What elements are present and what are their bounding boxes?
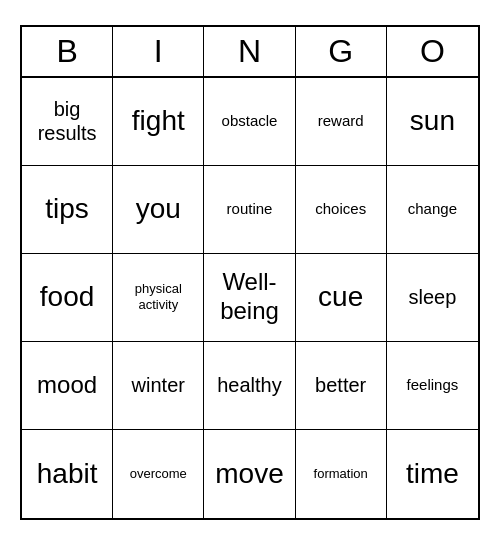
bingo-cell[interactable]: formation	[296, 430, 387, 518]
bingo-cell[interactable]: obstacle	[204, 78, 295, 166]
bingo-grid: big resultsfightobstaclerewardsuntipsyou…	[22, 78, 478, 518]
bingo-cell[interactable]: Well-being	[204, 254, 295, 342]
bingo-cell-text: cue	[318, 280, 363, 314]
bingo-cell-text: sun	[410, 104, 455, 138]
bingo-cell[interactable]: sun	[387, 78, 478, 166]
bingo-cell-text: reward	[318, 112, 364, 130]
bingo-cell-text: habit	[37, 457, 98, 491]
bingo-cell-text: obstacle	[222, 112, 278, 130]
bingo-cell[interactable]: fight	[113, 78, 204, 166]
bingo-cell[interactable]: move	[204, 430, 295, 518]
bingo-cell-text: big results	[26, 97, 108, 145]
bingo-cell[interactable]: choices	[296, 166, 387, 254]
bingo-header-letter: B	[22, 27, 113, 76]
bingo-header-letter: O	[387, 27, 478, 76]
bingo-cell-text: time	[406, 457, 459, 491]
bingo-cell[interactable]: change	[387, 166, 478, 254]
bingo-cell-text: better	[315, 373, 366, 397]
bingo-cell-text: fight	[132, 104, 185, 138]
bingo-cell[interactable]: tips	[22, 166, 113, 254]
bingo-cell[interactable]: physical activity	[113, 254, 204, 342]
bingo-cell[interactable]: mood	[22, 342, 113, 430]
bingo-header-letter: N	[204, 27, 295, 76]
bingo-cell-text: tips	[45, 192, 89, 226]
bingo-cell-text: you	[136, 192, 181, 226]
bingo-cell-text: move	[215, 457, 283, 491]
bingo-header: BINGO	[22, 27, 478, 78]
bingo-cell[interactable]: habit	[22, 430, 113, 518]
bingo-cell[interactable]: better	[296, 342, 387, 430]
bingo-cell[interactable]: you	[113, 166, 204, 254]
bingo-cell-text: feelings	[407, 376, 459, 394]
bingo-cell-text: food	[40, 280, 95, 314]
bingo-cell-text: formation	[314, 466, 368, 482]
bingo-cell-text: routine	[227, 200, 273, 218]
bingo-cell[interactable]: winter	[113, 342, 204, 430]
bingo-cell[interactable]: reward	[296, 78, 387, 166]
bingo-cell-text: choices	[315, 200, 366, 218]
bingo-cell-text: mood	[37, 371, 97, 400]
bingo-cell[interactable]: feelings	[387, 342, 478, 430]
bingo-header-letter: G	[296, 27, 387, 76]
bingo-cell[interactable]: routine	[204, 166, 295, 254]
bingo-cell-text: sleep	[408, 285, 456, 309]
bingo-card: BINGO big resultsfightobstaclerewardsunt…	[20, 25, 480, 520]
bingo-cell[interactable]: food	[22, 254, 113, 342]
bingo-cell-text: healthy	[217, 373, 282, 397]
bingo-cell[interactable]: cue	[296, 254, 387, 342]
bingo-cell-text: winter	[132, 373, 185, 397]
bingo-cell[interactable]: time	[387, 430, 478, 518]
bingo-cell-text: Well-being	[208, 268, 290, 326]
bingo-cell[interactable]: sleep	[387, 254, 478, 342]
bingo-cell[interactable]: healthy	[204, 342, 295, 430]
bingo-cell-text: overcome	[130, 466, 187, 482]
bingo-cell[interactable]: big results	[22, 78, 113, 166]
bingo-header-letter: I	[113, 27, 204, 76]
bingo-cell-text: change	[408, 200, 457, 218]
bingo-cell-text: physical activity	[117, 281, 199, 312]
bingo-cell[interactable]: overcome	[113, 430, 204, 518]
